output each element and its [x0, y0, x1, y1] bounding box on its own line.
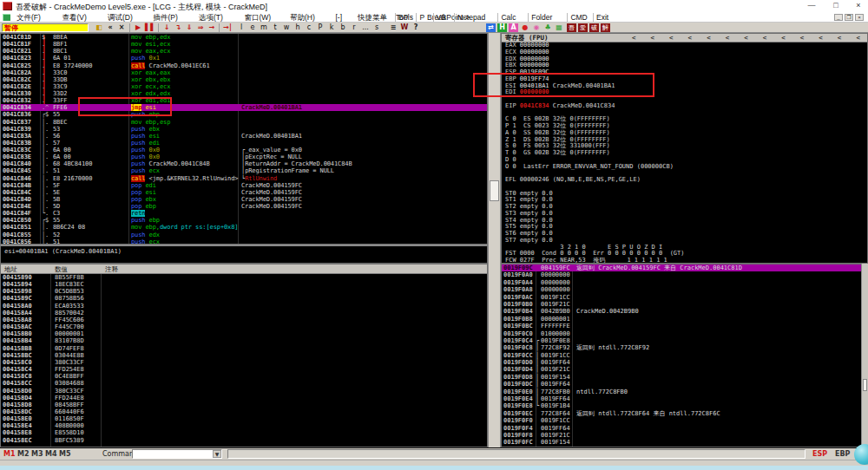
collapse-arrow[interactable]: < — [632, 34, 636, 42]
dump-row[interactable]: 004158C80C4E8BFF — [1, 373, 487, 380]
toolbar-letter-button-P[interactable]: P — [315, 23, 326, 33]
toolbar-plugin-char-button-0[interactable]: 吾 — [567, 23, 576, 32]
collapse-arrow[interactable]: < — [819, 34, 823, 42]
dump-row[interactable]: 004158ACF445C700 — [1, 323, 487, 330]
step-over-icon[interactable]: ↴ — [173, 23, 183, 33]
dump-row[interactable]: 0041589418EC83EC — [1, 281, 487, 288]
map-icon[interactable]: ▦ — [554, 23, 564, 33]
dump-row[interactable]: 004158EC8BFC5389 — [1, 437, 487, 444]
menu-btn-folder[interactable]: Folder — [528, 13, 555, 22]
disasm-row[interactable]: 0041C834.^FFE6jmp esiCrackMeD.00401BA1 — [1, 104, 487, 111]
disasm-row[interactable]: 0041C856│.51push ecx — [1, 238, 487, 245]
run-icon[interactable]: ▶ — [133, 23, 143, 33]
collapse-arrow[interactable]: < — [688, 34, 693, 42]
disasm-row[interactable]: 0041C823.6A 01push 0x1 — [1, 55, 487, 62]
stack-row[interactable]: 0019F0F00019F1CC — [502, 417, 867, 424]
go-back-icon[interactable]: « — [105, 23, 115, 33]
toolbar-letter-button-e[interactable]: e — [247, 23, 258, 33]
collapse-arrow[interactable]: < — [856, 34, 860, 42]
dump-row[interactable]: 004158980C5D8B53 — [1, 288, 487, 295]
stack-row[interactable]: 0019F0E0│772C8FB0ntdll.772C8FB0 — [502, 388, 867, 395]
dump-row[interactable]: 004158D4FFD244E8 — [1, 395, 487, 401]
menu-lcg[interactable]: [-] — [333, 13, 345, 22]
toolbar-letter-button-m[interactable]: m — [259, 23, 269, 33]
menu-btn-p[interactable]: P — [416, 13, 427, 22]
collapse-arrow[interactable]: < — [726, 34, 730, 42]
registers-panel[interactable]: 寄存器 (FPU) <<<<<<<<<<<<< EAX 00000000ECX … — [501, 33, 868, 264]
stack-scrollbar-thumb[interactable] — [863, 379, 867, 391]
disasm-row[interactable]: 0041C84B│.5Fpop ediCrackMeD.004159FC — [1, 182, 487, 189]
stack-row[interactable]: 0019F0FC0019F154 — [502, 439, 867, 446]
mdi-close-button[interactable]: × — [855, 14, 864, 21]
menu-window[interactable]: 窗口(W) — [242, 13, 274, 22]
collapse-arrow[interactable]: < — [781, 34, 786, 42]
toolbar-letter-button-h[interactable]: h — [293, 23, 303, 33]
dump-row[interactable]: 004158CC03084688 — [1, 380, 487, 387]
open-file-icon[interactable]: ◧ — [94, 23, 104, 33]
disasm-row[interactable]: 0041C850┌$55push ebp — [1, 217, 487, 224]
dump-row[interactable]: 004158D808458BFF — [1, 401, 487, 408]
swap-icon[interactable]: ⇄ — [486, 23, 496, 32]
stack-row[interactable]: 0019F0C8│772C8F92返回到 ntdll.772C8F92 — [502, 344, 867, 351]
dump-row[interactable]: 004158B483107B8D — [1, 337, 487, 344]
stack-row[interactable]: 0019F0E8└0019F1B4 — [502, 402, 867, 409]
disasm-row[interactable]: 0041C832.33FFxor edi,edi — [1, 97, 487, 104]
toolbar-plugin-char-button-3[interactable]: 解 — [601, 23, 610, 32]
status-m4[interactable]: M4 — [45, 450, 57, 458]
collapse-arrow[interactable]: < — [744, 34, 748, 42]
disassembly-panel[interactable]: 0041C81D$8BEAmov ebp,edx0041C81F.8BF1mov… — [0, 33, 488, 245]
disasm-row[interactable]: 0041C81D$8BEAmov ebp,edx — [1, 34, 487, 41]
register-collapse-arrows[interactable]: <<<<<<<<<<<<< — [632, 34, 860, 42]
disasm-row[interactable]: 0041C84F└.C3retn — [1, 210, 487, 217]
menu-btn-vb[interactable]: VB — [433, 13, 449, 22]
close-file-icon[interactable]: × — [116, 23, 127, 33]
disasm-row[interactable]: 0041C81F.8BF1mov esi,ecx — [1, 41, 487, 48]
disasm-row[interactable]: 0041C825.E8 37240000call CrackMeD.0041EC… — [1, 62, 487, 69]
disasm-row[interactable]: 0041C84C│.5Epop esiCrackMeD.004159FC — [1, 189, 487, 196]
toolbar-plugin-char-button-2[interactable]: 破 — [589, 23, 599, 32]
disasm-row[interactable]: 0041C82C.33DBxor ebx,ebx — [1, 76, 487, 83]
menu-plugins[interactable]: 插件(P) — [151, 13, 181, 22]
disasm-row[interactable]: 0041C83A│.56push esiCrackMeD.00401BA1 — [1, 133, 487, 140]
menu-debug[interactable]: 调试(D) — [105, 13, 135, 22]
stack-row[interactable]: 0019F0D8│0019F154 — [502, 374, 867, 381]
status-m3[interactable]: M3 — [31, 450, 43, 458]
dump-row[interactable]: 004158A8FF45C606 — [1, 317, 487, 323]
collapse-arrow[interactable]: < — [669, 34, 674, 42]
stack-row[interactable]: 0019F0C4┌0019F0E8 — [502, 337, 867, 344]
stack-row[interactable]: 0019F0A400000000 — [502, 279, 867, 286]
execute-till-return-icon[interactable]: → — [207, 23, 217, 33]
hide-debugger-icon[interactable]: H — [497, 23, 507, 32]
toolbar-letter-button-dotdotdot[interactable]: ... — [360, 23, 371, 33]
memory-dump-panel[interactable]: 地址 数值 注释 004158908B55FF8B0041589418EC83E… — [0, 264, 488, 447]
stack-row[interactable]: 0019F0D0│0019FF64 — [502, 359, 867, 366]
disasm-row[interactable]: 0041C82E.33C9xor ecx,ecx — [1, 83, 487, 90]
dump-row[interactable]: 004158BC03044E8B — [1, 352, 487, 359]
record-icon[interactable]: ● — [520, 23, 530, 33]
close-button[interactable]: × — [847, 0, 868, 11]
dump-row[interactable]: 0041589C08758B56 — [1, 295, 487, 302]
mdi-restore-button[interactable]: ❐ — [845, 14, 853, 21]
help-icon[interactable]: ? — [411, 23, 421, 33]
collapse-arrow[interactable]: < — [763, 34, 767, 42]
stack-row[interactable]: 0019F0F40019FF64 — [502, 425, 867, 432]
disasm-scrollbar-thumb[interactable] — [490, 180, 499, 201]
disasm-row[interactable]: 0041C84D│.5Bpop ebxCrackMeD.004159FC — [1, 196, 487, 203]
collapse-arrow[interactable]: < — [838, 34, 842, 42]
stack-row[interactable]: 0019F0E4│0019FF64 — [502, 395, 867, 402]
command-dropdown-button[interactable]: ▼ — [213, 450, 221, 458]
menu-options[interactable]: 选项(T) — [196, 13, 226, 22]
collapse-arrow[interactable]: < — [651, 34, 655, 42]
stack-panel[interactable]: 0019F09C004159FC返回到 CrackMeD.004159FC 来自… — [501, 264, 868, 447]
status-m2[interactable]: M2 — [17, 450, 30, 458]
dump-row[interactable]: 004158908B55FF8B — [1, 274, 487, 281]
toolbar-letter-button-c[interactable]: c — [304, 23, 314, 33]
stack-row[interactable]: 0019F09C004159FC返回到 CrackMeD.004159FC 来自… — [502, 264, 867, 271]
script-icon[interactable]: ♣ — [542, 23, 553, 33]
menu-btn-exit[interactable]: Exit — [593, 13, 611, 22]
status-right-ebp[interactable]: EBP — [835, 450, 850, 458]
menu-view[interactable]: 查看(V) — [60, 13, 89, 22]
maximize-button[interactable]: □ — [825, 0, 847, 11]
status-m5[interactable]: M5 — [59, 450, 71, 458]
stack-row[interactable]: 0019F0B40042B9B0CrackMeD.0042B9B0 — [502, 308, 867, 315]
